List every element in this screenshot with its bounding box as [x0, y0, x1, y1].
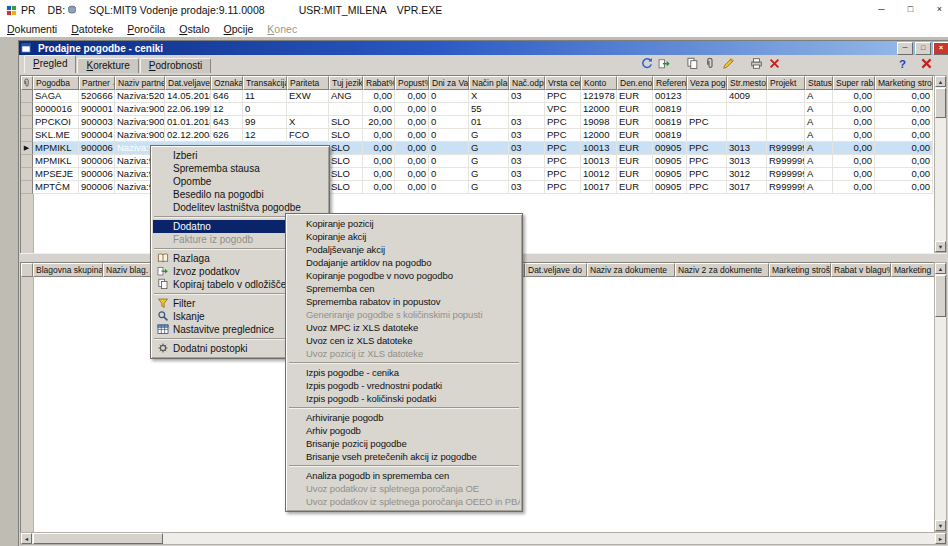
- cell-str-mesto[interactable]: 3013: [727, 155, 767, 168]
- tab-korekture[interactable]: Korekture: [77, 58, 138, 73]
- child-close-button[interactable]: ×: [933, 42, 948, 55]
- column-header-naziv-2-za-dokumente[interactable]: Naziv 2 za dokumente: [675, 263, 769, 277]
- cell-naziv-partnerja[interactable]: Naziva:900004: [115, 129, 165, 142]
- cell-marketing-strosk[interactable]: 0,00: [875, 129, 933, 142]
- cell-tuj-jezik[interactable]: SLO: [329, 129, 363, 142]
- cell-nacin-placila[interactable]: G: [469, 155, 509, 168]
- column-header-rabat-v-blagu[interactable]: Rabat v blagu%: [831, 263, 891, 277]
- menu-ostalo[interactable]: Ostalo: [172, 22, 216, 36]
- column-header-nac-odpr[interactable]: Nač.odpr.: [509, 76, 545, 90]
- cell-konto[interactable]: 10013: [581, 155, 617, 168]
- cell-konto[interactable]: 121978: [581, 90, 617, 103]
- cell-den-enota[interactable]: EUR: [617, 181, 653, 194]
- cell-status[interactable]: A: [805, 181, 833, 194]
- cell-super-rabat[interactable]: 0,00: [833, 103, 875, 116]
- cell-dat-veljave[interactable]: 14.05.2018: [165, 90, 211, 103]
- cell-referent[interactable]: 00819: [653, 103, 687, 116]
- cell-referent[interactable]: 00819: [653, 129, 687, 142]
- cell-status[interactable]: A: [805, 90, 833, 103]
- table-row[interactable]: 9000016900001Naziva:90000122.06.19901200…: [21, 103, 935, 116]
- child-window-titlebar[interactable]: Prodajne pogodbe - ceniki ─ □ ×: [19, 41, 948, 55]
- export-icon[interactable]: [656, 56, 672, 72]
- cell-pogodba[interactable]: SAGA: [33, 90, 79, 103]
- cell-status[interactable]: A: [805, 129, 833, 142]
- cell-rabat[interactable]: 0,00: [363, 90, 395, 103]
- close-icon[interactable]: [918, 56, 934, 72]
- cell-den-enota[interactable]: EUR: [617, 142, 653, 155]
- column-header-tuj-jezik[interactable]: Tuj jezik: [329, 76, 363, 90]
- cell-popust[interactable]: 0,00: [395, 155, 429, 168]
- column-header-veza-pogodba[interactable]: Veza pogodba: [687, 76, 727, 90]
- menu-item-sprememba-stausa[interactable]: Sprememba stausa: [153, 162, 327, 175]
- scroll-down-button[interactable]: ▼: [935, 241, 946, 252]
- cell-konto[interactable]: 19098: [581, 116, 617, 129]
- cell-transakcija[interactable]: 11: [243, 90, 287, 103]
- cell-projekt[interactable]: [767, 90, 805, 103]
- cell-konto[interactable]: 12000: [581, 103, 617, 116]
- column-header-naziv-partnerja[interactable]: Naziv partnerja: [115, 76, 165, 90]
- column-header-marketing-strosk[interactable]: Marketing strošk%: [875, 76, 933, 90]
- cell-partner[interactable]: 900006: [79, 168, 115, 181]
- cell-tuj-jezik[interactable]: SLO: [329, 155, 363, 168]
- cell-pogodba[interactable]: MPSEJE: [33, 168, 79, 181]
- column-header-pariteta[interactable]: Pariteta: [287, 76, 329, 90]
- cell-nac-odpr[interactable]: 03: [509, 181, 545, 194]
- cell-dat-veljave[interactable]: 22.06.1990: [165, 103, 211, 116]
- cell-nacin-placila[interactable]: 55: [469, 103, 509, 116]
- cell-pariteta[interactable]: [287, 103, 329, 116]
- cell-marketing-strosk[interactable]: 0,00: [875, 142, 933, 155]
- menu-item-podaljsevanje-akcij[interactable]: Podaljševanje akcij: [288, 243, 520, 256]
- cell-veza-pogodba[interactable]: [687, 129, 727, 142]
- cell-vrsta-cene[interactable]: PPC: [545, 90, 581, 103]
- cell-transakcija[interactable]: 0: [243, 103, 287, 116]
- horizontal-scrollbar[interactable]: ◄►: [20, 532, 947, 545]
- cell-nacin-placila[interactable]: G: [469, 142, 509, 155]
- cell-dni-za-valuto[interactable]: 0: [429, 155, 469, 168]
- menu-item-opombe[interactable]: Opombe: [153, 175, 327, 188]
- cell-referent[interactable]: 00905: [653, 181, 687, 194]
- cell-str-mesto[interactable]: 3013: [727, 142, 767, 155]
- delete-icon[interactable]: [766, 56, 782, 72]
- cell-marketing-strosk[interactable]: 0,00: [875, 103, 933, 116]
- menu-item-izpis-pogodb-kolicinski-podatki[interactable]: Izpis pogodb - količinski podatki: [288, 392, 520, 405]
- cell-popust[interactable]: 0,00: [395, 103, 429, 116]
- cell-nac-odpr[interactable]: 03: [509, 155, 545, 168]
- cell-popust[interactable]: 0,00: [395, 129, 429, 142]
- menu-item-brisanje-vseh-pretecenih-akcij-iz-pogodbe[interactable]: Brisanje vseh pretečenih akcij iz pogodb…: [288, 450, 520, 463]
- cell-konto[interactable]: 10012: [581, 168, 617, 181]
- column-header-dni-za-valuto[interactable]: Dni za Valuto: [429, 76, 469, 90]
- cell-pogodba[interactable]: PPCKOI: [33, 116, 79, 129]
- cell-dni-za-valuto[interactable]: 0: [429, 116, 469, 129]
- menu-item-kopiranje-akcij[interactable]: Kopiranje akcij: [288, 230, 520, 243]
- column-header-marketing-strosk[interactable]: Marketing strošk%: [769, 263, 831, 277]
- column-header-partner[interactable]: Partner▲: [79, 76, 115, 90]
- column-header-den-enota[interactable]: Den.enota: [617, 76, 653, 90]
- cell-dni-za-valuto[interactable]: 0: [429, 129, 469, 142]
- cell-rabat[interactable]: 0,00: [363, 129, 395, 142]
- menu-item-izpis-pogodbe-cenika[interactable]: Izpis pogodbe - cenika: [288, 366, 520, 379]
- help-icon[interactable]: ?: [894, 56, 910, 72]
- cell-projekt[interactable]: [767, 103, 805, 116]
- cell-referent[interactable]: 00905: [653, 168, 687, 181]
- cell-partner[interactable]: 900006: [79, 142, 115, 155]
- tab-pregled[interactable]: Pregled: [24, 55, 76, 73]
- cell-projekt[interactable]: R999999: [767, 168, 805, 181]
- column-header-rabat[interactable]: Rabat%: [363, 76, 395, 90]
- column-header-konto[interactable]: Konto: [581, 76, 617, 90]
- cell-rabat[interactable]: 0,00: [363, 103, 395, 116]
- cell-den-enota[interactable]: EUR: [617, 129, 653, 142]
- cell-nac-odpr[interactable]: 03: [509, 90, 545, 103]
- cell-vrsta-cene[interactable]: PPC: [545, 181, 581, 194]
- menu-datoteke[interactable]: Datoteke: [64, 22, 120, 36]
- cell-dni-za-valuto[interactable]: 0: [429, 90, 469, 103]
- cell-naziv-partnerja[interactable]: Naziva:900003: [115, 116, 165, 129]
- cell-super-rabat[interactable]: 0,00: [833, 142, 875, 155]
- cell-vrsta-cene[interactable]: PPC: [545, 168, 581, 181]
- cell-veza-pogodba[interactable]: PPC: [687, 168, 727, 181]
- column-header-transakcija[interactable]: Transakcija: [243, 76, 287, 90]
- scroll-up-button[interactable]: ▲: [935, 263, 946, 274]
- cell-vrsta-cene[interactable]: PPC: [545, 155, 581, 168]
- cell-pogodba[interactable]: SKL.ME: [33, 129, 79, 142]
- cell-oznaka[interactable]: 643: [211, 116, 243, 129]
- column-header-projekt[interactable]: Projekt: [767, 76, 805, 90]
